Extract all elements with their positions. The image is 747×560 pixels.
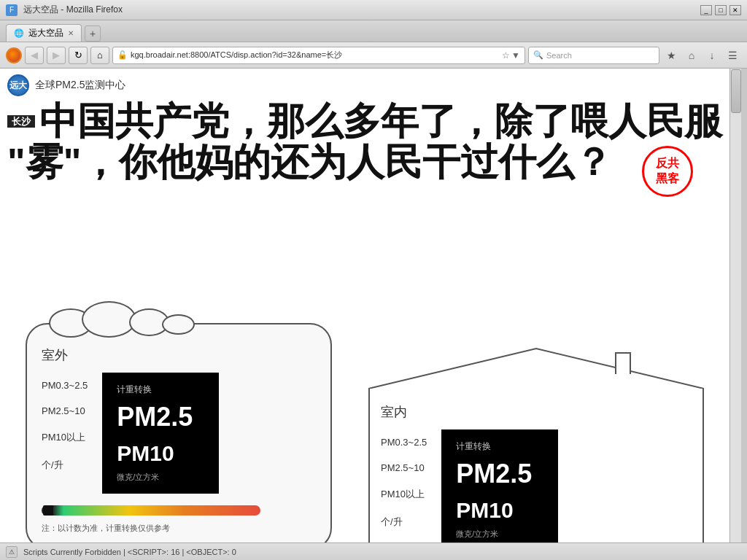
- url-bar[interactable]: 🔓 kgq.broadair.net:8800/ATCS/disp.action…: [112, 47, 525, 64]
- bookmark-star-icon[interactable]: ☆: [502, 50, 510, 61]
- headline-line1: 中国共产党，那么多年了，除了喂人民服: [39, 102, 722, 140]
- indoor-pm2: PM2.5~10: [381, 462, 427, 473]
- indoor-pm3: PM10以上: [381, 488, 427, 501]
- stamp-line2: 黑客: [656, 172, 679, 184]
- status-icon: ⚠: [6, 546, 18, 558]
- maximize-button[interactable]: □: [715, 5, 727, 15]
- url-security-icon: 🔓: [117, 50, 128, 60]
- outdoor-color-bar: [42, 505, 260, 516]
- browser-icon: F: [6, 4, 18, 16]
- window-title: 远大空品 - Mozilla Firefox: [23, 4, 694, 16]
- url-text: kgq.broadair.net:8800/ATCS/disp.action?i…: [131, 50, 499, 61]
- tab-bar: 🌐 远大空品 ✕ +: [0, 20, 747, 42]
- indoor-pm-display: 计重转换 PM2.5 PM10 微克/立方米: [441, 429, 558, 542]
- indoor-pm4: 个/升: [381, 516, 427, 529]
- indoor-readings: PM0.3~2.5 PM2.5~10 PM10以上 个/升 计重转换 PM2.5…: [381, 429, 692, 542]
- headline-line2: "雾"，你他妈的还为人民干过什么？: [7, 143, 722, 181]
- minimize-button[interactable]: _: [700, 5, 712, 15]
- tab-label: 远大空品: [28, 27, 63, 39]
- indoor-pm-unit: 微克/立方米: [456, 529, 543, 540]
- search-bar[interactable]: 🔍 Search: [528, 47, 659, 64]
- stamp: 反共 黑客: [642, 146, 693, 197]
- bookmarks-icon[interactable]: ★: [662, 47, 680, 64]
- outdoor-pm-display: 计重转换 PM2.5 PM10 微克/立方米: [102, 373, 219, 494]
- outdoor-pm-display-label: 计重转换: [117, 384, 204, 396]
- indoor-pm-labels: PM0.3~2.5 PM2.5~10 PM10以上 个/升: [381, 429, 427, 529]
- url-icons: ☆ ▼: [502, 50, 520, 61]
- stamp-line1: 反共: [656, 157, 679, 169]
- outdoor-pm-unit: 微克/立方米: [117, 472, 204, 483]
- nav-bar: ◀ ▶ ↻ ⌂ 🔓 kgq.broadair.net:8800/ATCS/dis…: [0, 42, 747, 69]
- indoor-label: 室内: [381, 403, 692, 421]
- headline-area: 长沙 中国共产党，那么多年了，除了喂人民服 "雾"，你他妈的还为人民干过什么？ …: [7, 102, 722, 181]
- outdoor-indicator: [43, 505, 53, 516]
- forward-button[interactable]: ▶: [47, 47, 66, 64]
- outdoor-color-bar-container: [42, 505, 316, 516]
- search-placeholder: Search: [546, 51, 572, 60]
- tab-close-button[interactable]: ✕: [68, 29, 74, 37]
- reload-button[interactable]: ↻: [69, 47, 88, 64]
- nav-right-icons: ★ ⌂ ↓ ☰: [662, 47, 741, 64]
- window-controls: _ □ ✕: [700, 5, 741, 15]
- indoor-pm1: PM0.3~2.5: [381, 437, 427, 448]
- scrollbar[interactable]: [729, 69, 741, 542]
- indoor-pm25-value: PM2.5: [456, 459, 543, 489]
- outdoor-pm10-value: PM10: [117, 441, 204, 466]
- location-badge: 长沙: [7, 115, 35, 128]
- outdoor-cloud: 室外 PM0.3~2.5 PM2.5~10 PM10以上 个/升 计重转换 PM…: [26, 323, 332, 542]
- main-content: 远大 全球PM2.5监测中心 长沙 中国共产党，那么多年了，除了喂人民服 "雾"…: [0, 69, 729, 542]
- outdoor-panel: 室外 PM0.3~2.5 PM2.5~10 PM10以上 个/升 计重转换 PM…: [26, 323, 347, 542]
- outdoor-label: 室外: [42, 346, 316, 364]
- outdoor-pm2: PM2.5~10: [42, 405, 88, 416]
- status-message: Scripts Currently Forbidden | <SCRIPT>: …: [23, 548, 236, 556]
- outdoor-pm3: PM10以上: [42, 431, 88, 444]
- site-header: 远大 全球PM2.5监测中心: [7, 74, 722, 96]
- outdoor-note: 注：以计数为准，计重转换仅供参考: [42, 523, 316, 534]
- indoor-pm-display-label: 计重转换: [456, 440, 543, 453]
- site-title: 全球PM2.5监测中心: [35, 79, 125, 92]
- house-roof-svg: [368, 345, 704, 389]
- home-button[interactable]: ⌂: [90, 47, 109, 64]
- panels-container: 室外 PM0.3~2.5 PM2.5~10 PM10以上 个/升 计重转换 PM…: [7, 323, 722, 542]
- site-logo: 远大: [7, 74, 29, 96]
- title-bar: F 远大空品 - Mozilla Firefox _ □ ✕: [0, 0, 747, 20]
- status-bar: ⚠ Scripts Currently Forbidden | <SCRIPT>…: [0, 542, 747, 560]
- indoor-pm10-value: PM10: [456, 498, 543, 523]
- logo-text: 远大: [9, 79, 27, 92]
- indoor-panel: 室内 PM0.3~2.5 PM2.5~10 PM10以上 个/升 计重转换 PM…: [368, 345, 704, 542]
- outdoor-pm4: 个/升: [42, 459, 88, 472]
- new-tab-button[interactable]: +: [85, 26, 101, 42]
- back-button[interactable]: ◀: [25, 47, 44, 64]
- outdoor-readings: PM0.3~2.5 PM2.5~10 PM10以上 个/升 计重转换 PM2.5…: [42, 373, 316, 494]
- settings-icon[interactable]: ☰: [724, 47, 741, 64]
- outdoor-pm-labels: PM0.3~2.5 PM2.5~10 PM10以上 个/升: [42, 373, 88, 472]
- tab-favicon: 🌐: [14, 28, 24, 38]
- active-tab[interactable]: 🌐 远大空品 ✕: [6, 24, 82, 42]
- download-icon[interactable]: ↓: [703, 47, 721, 64]
- scrollbar-thumb[interactable]: [731, 69, 741, 113]
- close-button[interactable]: ✕: [729, 5, 741, 15]
- url-dropdown-icon[interactable]: ▼: [511, 50, 520, 61]
- page-content-area: 远大 全球PM2.5监测中心 长沙 中国共产党，那么多年了，除了喂人民服 "雾"…: [0, 69, 729, 542]
- outdoor-pm25-value: PM2.5: [117, 402, 204, 432]
- search-icon: 🔍: [533, 50, 543, 60]
- home-nav-icon[interactable]: ⌂: [683, 47, 700, 64]
- firefox-logo: [6, 47, 22, 63]
- outdoor-pm1: PM0.3~2.5: [42, 380, 88, 391]
- indoor-house-body: 室内 PM0.3~2.5 PM2.5~10 PM10以上 个/升 计重转换 PM…: [368, 389, 704, 542]
